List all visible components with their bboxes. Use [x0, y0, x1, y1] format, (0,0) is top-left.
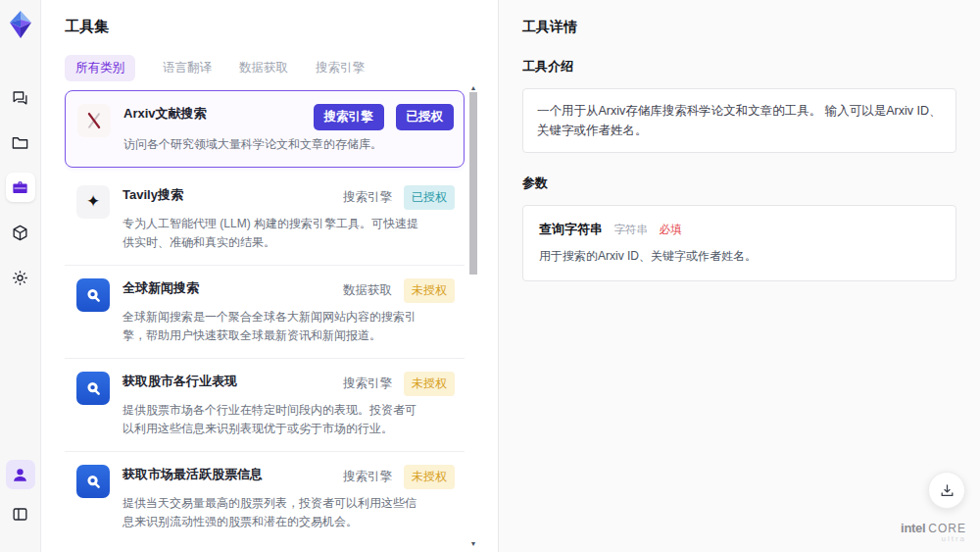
scroll-up-icon[interactable]: ▲ — [468, 84, 478, 92]
intel-core-logo: intelCORE ultra — [901, 519, 966, 544]
brand-secondary: CORE — [928, 522, 966, 535]
app-logo-icon — [8, 10, 33, 39]
tool-title: Tavily搜索 — [122, 185, 183, 204]
parameter-name: 查询字符串 — [539, 222, 603, 236]
user-icon[interactable] — [6, 460, 35, 489]
download-icon — [939, 482, 956, 499]
tool-description: 专为人工智能代理 (LLM) 构建的搜索引擎工具。可快速提供实时、准确和真实的结… — [122, 215, 418, 252]
category-badge: 搜索引擎 — [314, 104, 384, 130]
page-title: 工具集 — [65, 18, 465, 36]
category-tabs: 所有类别语言翻译数据获取搜索引擎 — [65, 55, 465, 81]
tool-description: 全球新闻搜索是一个聚合全球各大新闻网站内容的搜索引擎，帮助用户快速获取全球最新资… — [122, 308, 418, 345]
tool-title: 获取市场最活跃股票信息 — [122, 465, 263, 483]
status-badge[interactable]: 未授权 — [404, 372, 455, 396]
search-blue-icon — [76, 372, 110, 405]
status-badge[interactable]: 已授权 — [404, 185, 455, 210]
tool-description: 提供当天交易量最高的股票列表，投资者可以利用这些信息来识别流动性强的股票和潜在的… — [122, 494, 418, 531]
tool-title: 获取股市各行业表现 — [122, 372, 237, 390]
tool-card[interactable]: 获取市场最活跃股票信息 搜索引擎 未授权 提供当天交易量最高的股票列表，投资者可… — [65, 452, 465, 533]
folder-icon[interactable] — [6, 127, 35, 157]
scroll-down-icon[interactable]: ▼ — [468, 540, 478, 548]
search-blue-icon — [76, 278, 110, 312]
tab-1[interactable]: 语言翻译 — [163, 55, 212, 81]
tool-description: 提供股票市场各个行业在特定时间段内的表现。投资者可以利用这些信息来识别表现优于或… — [122, 401, 418, 438]
category-badge: 数据获取 — [343, 279, 392, 302]
parameter-item: 查询字符串 字符串 必填 用于搜索的Arxiv ID、关键字或作者姓名。 — [522, 205, 956, 281]
parameter-description: 用于搜索的Arxiv ID、关键字或作者姓名。 — [539, 248, 940, 265]
status-badge[interactable]: 未授权 — [404, 465, 455, 489]
intro-heading: 工具介绍 — [522, 58, 956, 75]
tool-card[interactable]: 全球新闻搜索 数据获取 未授权 全球新闻搜索是一个聚合全球各大新闻网站内容的搜索… — [65, 266, 465, 359]
tools-panel: 工具集 所有类别语言翻译数据获取搜索引擎 Arxiv文献搜索 搜索引擎 已授权 … — [41, 0, 498, 552]
intro-text: 一个用于从Arxiv存储库搜索科学论文和文章的工具。 输入可以是Arxiv ID… — [522, 88, 956, 153]
details-title: 工具详情 — [522, 19, 956, 36]
tool-description: 访问各个研究领域大量科学论文和文章的存储库。 — [123, 135, 419, 154]
tool-title: Arxiv文献搜索 — [123, 104, 207, 123]
parameter-header: 查询字符串 字符串 必填 — [539, 220, 940, 238]
category-badge: 搜索引擎 — [343, 466, 392, 488]
tab-2[interactable]: 数据获取 — [239, 55, 288, 81]
arxiv-logo-icon — [77, 104, 111, 137]
status-badge[interactable]: 已授权 — [396, 104, 455, 130]
category-badge: 搜索引擎 — [343, 373, 392, 395]
tab-3[interactable]: 搜索引擎 — [316, 55, 365, 81]
tool-card[interactable]: 获取股市各行业表现 搜索引擎 未授权 提供股票市场各个行业在特定时间段内的表现。… — [65, 359, 465, 452]
required-badge: 必填 — [659, 224, 681, 235]
chat-icon[interactable] — [6, 82, 35, 112]
scrollbar-thumb[interactable] — [469, 92, 477, 275]
gear-icon[interactable] — [6, 263, 35, 292]
brand-primary: intel — [901, 521, 925, 535]
panel-toggle-icon[interactable] — [6, 499, 35, 528]
brand-sub: ultra — [901, 535, 966, 544]
app: 工具集 所有类别语言翻译数据获取搜索引擎 Arxiv文献搜索 搜索引擎 已授权 … — [0, 0, 980, 552]
download-button[interactable] — [928, 472, 965, 509]
tool-card[interactable]: ✦ Tavily搜索 搜索引擎 已授权 专为人工智能代理 (LLM) 构建的搜索… — [65, 173, 465, 266]
params-heading: 参数 — [522, 175, 956, 192]
briefcase-icon[interactable] — [6, 173, 35, 202]
tool-card-list: Arxiv文献搜索 搜索引擎 已授权 访问各个研究领域大量科学论文和文章的存储库… — [65, 90, 465, 533]
tool-title: 全球新闻搜索 — [122, 278, 199, 297]
scrollbar[interactable]: ▲ ▼ — [468, 84, 478, 548]
sparkle-icon: ✦ — [76, 185, 110, 219]
category-badge: 搜索引擎 — [343, 186, 392, 209]
parameter-type: 字符串 — [613, 224, 648, 235]
details-panel: 工具详情 工具介绍 一个用于从Arxiv存储库搜索科学论文和文章的工具。 输入可… — [498, 0, 980, 552]
cube-icon[interactable] — [6, 218, 35, 247]
left-rail — [0, 0, 41, 552]
tool-card[interactable]: Arxiv文献搜索 搜索引擎 已授权 访问各个研究领域大量科学论文和文章的存储库… — [65, 90, 465, 168]
tab-0[interactable]: 所有类别 — [65, 55, 135, 81]
search-blue-icon — [76, 465, 110, 498]
status-badge[interactable]: 未授权 — [404, 278, 455, 303]
